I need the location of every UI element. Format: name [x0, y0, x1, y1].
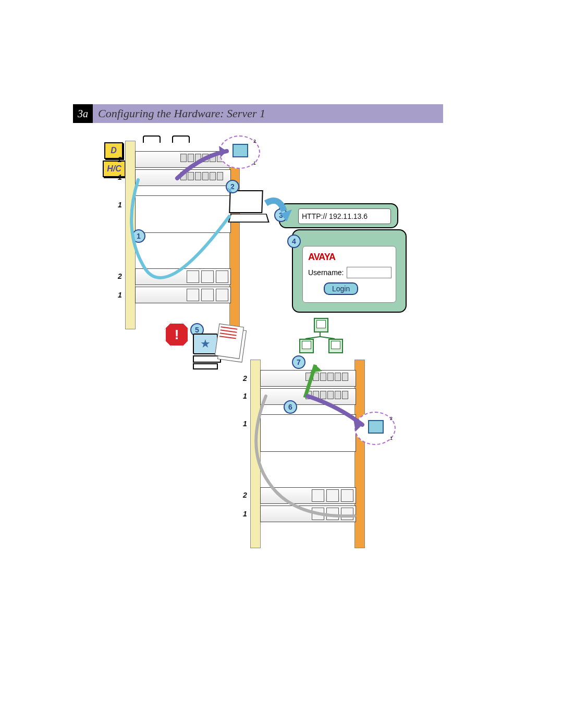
section-header: 3a Configuring the Hardware: Server 1	[73, 104, 443, 123]
tag-hc: H/C	[103, 161, 126, 177]
rack2-u-top2: 2	[243, 374, 247, 382]
svg-line-1	[305, 337, 320, 339]
star-icon: ★	[200, 337, 211, 351]
username-label: Username:	[308, 268, 344, 277]
step-6-badge: 6	[284, 400, 297, 414]
zoom-detail-lower: 2 1	[354, 412, 396, 445]
username-input[interactable]	[347, 267, 391, 278]
rack1-u-top2: 2	[118, 155, 122, 164]
rack1-u-mid1: 1	[118, 201, 122, 209]
zoom-detail-upper: 2 1	[219, 135, 260, 169]
rack1-u-bot2: 2	[118, 272, 122, 280]
rack1-u-bot1: 1	[118, 291, 122, 299]
section-number: 3a	[73, 104, 93, 123]
step-4-badge: 4	[287, 235, 301, 248]
step-1-badge: 1	[132, 229, 145, 243]
section-title: Configuring the Hardware: Server 1	[98, 107, 265, 120]
browser-url: HTTP:// 192.11.13.6	[298, 208, 391, 224]
step-2-badge: 2	[226, 180, 239, 193]
warning-stop-icon: !	[164, 322, 189, 347]
rack-2: 2 1 1 2 1	[250, 360, 365, 547]
laptop-icon	[229, 190, 271, 221]
login-window: 4 AVAYA Username: Login	[292, 229, 407, 313]
network-icon	[297, 318, 344, 354]
avaya-logo: AVAYA	[308, 252, 390, 263]
documents-icon	[215, 324, 245, 358]
rack2-u-top1: 1	[243, 392, 247, 400]
step-7-badge: 7	[292, 355, 305, 369]
rack2-u-mid1: 1	[243, 419, 247, 428]
rack2-u-bot2: 2	[243, 491, 247, 499]
step-3-badge: 3	[274, 208, 288, 222]
login-button[interactable]: Login	[324, 282, 358, 295]
svg-line-2	[320, 337, 335, 339]
browser-bar-window: 3 HTTP:// 192.11.13.6	[279, 203, 398, 228]
rack2-u-bot1: 1	[243, 510, 247, 518]
rack1-u-top1: 1	[118, 173, 122, 181]
